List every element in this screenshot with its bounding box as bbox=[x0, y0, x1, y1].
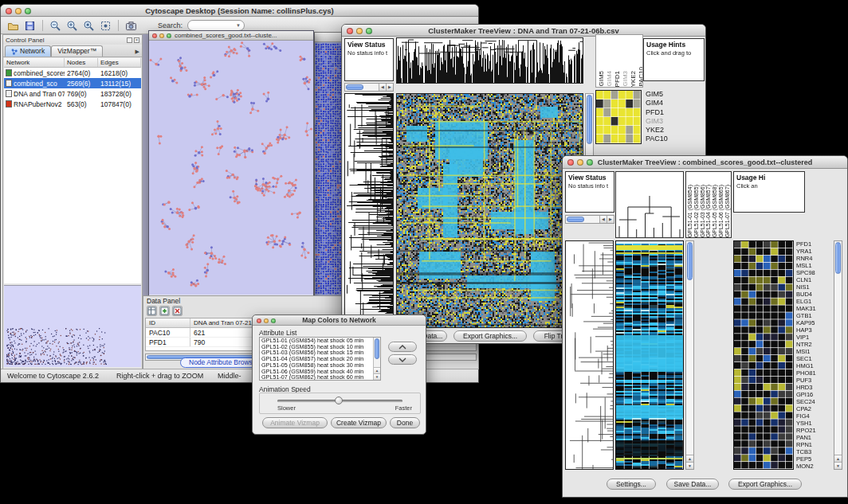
background-network-titlebar[interactable] bbox=[315, 33, 344, 42]
gene-label[interactable]: YRA1 bbox=[796, 248, 832, 255]
gene-label[interactable]: PAN1 bbox=[796, 434, 832, 441]
gene-label[interactable]: MAK31 bbox=[796, 305, 832, 312]
tab-overflow-button[interactable]: ▶ bbox=[135, 49, 139, 55]
gene-label[interactable]: ELG1 bbox=[796, 298, 832, 305]
scroll-down-icon[interactable]: ▼ bbox=[834, 462, 842, 469]
scroll-right-icon[interactable]: ▶ bbox=[386, 84, 393, 91]
global-vscrollbar[interactable]: ▲ ▼ bbox=[685, 240, 694, 470]
gene-label[interactable]: HRD3 bbox=[796, 384, 832, 391]
network-view-window[interactable]: combined_scores_good.txt--cluste... bbox=[148, 30, 314, 296]
gene-label[interactable]: GIM4 bbox=[646, 99, 703, 107]
column-header-edges[interactable]: Edges bbox=[98, 58, 141, 67]
gene-label[interactable]: TCB3 bbox=[796, 448, 832, 455]
column-header-network[interactable]: Network bbox=[4, 58, 65, 67]
gene-label[interactable]: PAC10 bbox=[646, 135, 703, 143]
zoom-fit-button[interactable] bbox=[98, 18, 113, 33]
gene-label[interactable]: MON2 bbox=[796, 463, 832, 470]
zoom-button[interactable] bbox=[366, 28, 372, 34]
gene-label[interactable]: SEC24 bbox=[796, 398, 832, 405]
zoom-heatmap[interactable] bbox=[733, 240, 794, 470]
column-dendrogram[interactable] bbox=[615, 171, 684, 238]
close-button[interactable] bbox=[152, 33, 157, 38]
done-button[interactable]: Done bbox=[390, 417, 420, 428]
zoom-button[interactable] bbox=[587, 159, 593, 166]
slider-thumb[interactable] bbox=[335, 397, 343, 404]
minimize-button[interactable] bbox=[577, 159, 583, 166]
zoom-matrix[interactable] bbox=[595, 90, 642, 144]
tv2-zoom-canvas[interactable] bbox=[734, 241, 793, 469]
tv1-heatmap-canvas[interactable] bbox=[397, 94, 583, 327]
view-status-scrollbar[interactable]: ◀ ▶ bbox=[344, 83, 394, 92]
close-panel-icon[interactable]: × bbox=[134, 37, 139, 43]
scroll-down-icon[interactable]: ▼ bbox=[374, 373, 380, 380]
settings-button[interactable]: Settings... bbox=[607, 479, 656, 490]
tab-vizmapper[interactable]: VizMapper™ bbox=[51, 45, 103, 57]
zoom-button[interactable] bbox=[167, 33, 171, 38]
scrollbar-thumb[interactable] bbox=[346, 84, 363, 90]
attribute-list-scrollbar[interactable]: ▲ ▼ bbox=[373, 338, 380, 380]
network2-canvas[interactable] bbox=[315, 42, 344, 296]
column-header-nodes[interactable]: Nodes bbox=[65, 58, 98, 67]
scroll-left-icon[interactable]: ◀ bbox=[379, 84, 386, 91]
search-input[interactable]: ▼ bbox=[187, 20, 245, 31]
scroll-up-icon[interactable]: ▲ bbox=[686, 455, 693, 462]
gene-label[interactable]: MSI1 bbox=[796, 348, 832, 355]
zoom-selected-button[interactable] bbox=[81, 18, 96, 33]
gene-label[interactable]: RPO21 bbox=[796, 427, 832, 434]
gene-label[interactable]: NTR2 bbox=[796, 341, 832, 348]
gene-label[interactable]: MSL1 bbox=[796, 262, 832, 269]
network-row[interactable]: DNA and Tran 07 769(0) 183728(0) bbox=[4, 88, 141, 99]
network-row[interactable]: combined_sco 2569(6) 13112(15) bbox=[4, 78, 141, 88]
gene-label[interactable]: PEP5 bbox=[796, 455, 832, 463]
global-heatmap[interactable] bbox=[396, 93, 583, 328]
scroll-right-icon[interactable]: ▶ bbox=[607, 216, 614, 223]
gene-label[interactable]: PUF3 bbox=[796, 377, 832, 384]
gene-label[interactable]: YSH1 bbox=[796, 420, 832, 427]
tv1-rowtree-canvas[interactable] bbox=[345, 94, 393, 327]
row-dendrogram[interactable] bbox=[344, 93, 394, 328]
network-canvas[interactable] bbox=[149, 41, 313, 295]
export-graphics-button[interactable]: Export Graphics... bbox=[453, 330, 527, 342]
scrollbar-thumb[interactable] bbox=[587, 95, 592, 144]
scroll-up-icon[interactable]: ▲ bbox=[834, 455, 842, 462]
treeview-combined-titlebar[interactable]: ClusterMaker TreeView : combined_scores_… bbox=[563, 156, 847, 169]
gene-label[interactable]: RNR4 bbox=[796, 255, 832, 262]
minimize-button[interactable] bbox=[264, 318, 269, 323]
gene-label[interactable]: GTB1 bbox=[796, 312, 832, 319]
gene-label[interactable]: PHO81 bbox=[796, 369, 832, 377]
close-button[interactable] bbox=[567, 159, 574, 166]
scrollbar-thumb[interactable] bbox=[687, 242, 693, 280]
tv1-coltree-canvas[interactable] bbox=[397, 38, 583, 83]
gene-label[interactable]: FIG4 bbox=[796, 412, 832, 420]
gene-label[interactable]: BUD4 bbox=[796, 291, 832, 298]
gene-label[interactable]: CLN1 bbox=[796, 276, 832, 283]
gene-label[interactable]: KAP95 bbox=[796, 319, 832, 326]
minimize-button[interactable] bbox=[15, 8, 22, 14]
gene-label[interactable]: RPN1 bbox=[796, 441, 832, 448]
network-row[interactable]: RNAPuberNov2 563(0) 107847(0) bbox=[4, 99, 141, 109]
cytoscape-titlebar[interactable]: Cytoscape Desktop (Session Name: collins… bbox=[1, 5, 478, 17]
tv2-coltree-canvas[interactable] bbox=[616, 172, 683, 237]
gene-label[interactable]: GPI16 bbox=[796, 391, 832, 398]
zoom-button[interactable] bbox=[25, 8, 31, 14]
gene-label[interactable]: PFD1 bbox=[796, 240, 832, 248]
move-up-button[interactable] bbox=[388, 342, 417, 352]
gene-label[interactable]: CPA2 bbox=[796, 405, 832, 412]
scrollbar-thumb[interactable] bbox=[835, 242, 841, 274]
attribute-list[interactable]: GPL51-01 (GSM854) heat shock 05 minGPL51… bbox=[259, 337, 381, 381]
animation-speed-slider[interactable] bbox=[277, 400, 402, 402]
export-graphics-button[interactable]: Export Graphics... bbox=[728, 479, 802, 490]
gene-label[interactable]: PFD1 bbox=[646, 108, 703, 117]
zoom-button[interactable] bbox=[271, 318, 276, 323]
tv2-rowtree-canvas[interactable] bbox=[566, 241, 613, 469]
scroll-up-icon[interactable]: ▲ bbox=[374, 367, 380, 373]
gene-label[interactable]: YKE2 bbox=[646, 126, 703, 135]
float-panel-icon[interactable] bbox=[127, 37, 132, 43]
tab-network[interactable]: Network bbox=[5, 45, 51, 57]
row-dendrogram[interactable] bbox=[565, 240, 614, 470]
tv1-matrix-canvas[interactable] bbox=[596, 91, 641, 143]
animate-vizmap-button[interactable]: Animate Vizmap bbox=[262, 417, 328, 428]
minimize-button[interactable] bbox=[159, 33, 164, 38]
create-vizmap-button[interactable]: Create Vizmap bbox=[331, 417, 387, 428]
gene-label[interactable]: NIS1 bbox=[796, 283, 832, 291]
